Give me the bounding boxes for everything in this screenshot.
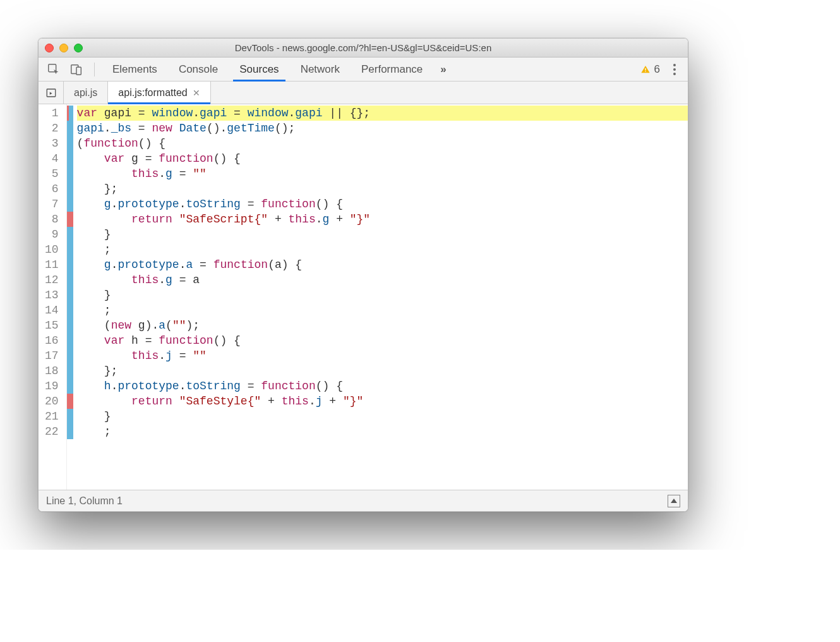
minimize-window-button[interactable]	[59, 44, 68, 52]
code-line[interactable]: return "SafeScript{" + this.g + "}"	[77, 212, 688, 227]
coverage-mark	[67, 121, 73, 136]
code-line[interactable]: ;	[77, 303, 688, 318]
coverage-mark	[67, 333, 73, 348]
line-number[interactable]: 18	[39, 363, 66, 379]
coverage-mark	[67, 394, 73, 409]
show-drawer-button[interactable]	[668, 495, 680, 507]
code-line[interactable]: }	[77, 227, 688, 242]
coverage-mark	[67, 212, 73, 227]
panel-tab-elements[interactable]: Elements	[102, 58, 167, 81]
toolbar-separator	[94, 63, 95, 76]
line-number[interactable]: 22	[39, 424, 66, 439]
code-line[interactable]: }	[77, 409, 688, 424]
file-tab-label: api.js:formatted	[118, 87, 187, 99]
coverage-mark	[67, 257, 73, 272]
svg-rect-3	[645, 68, 645, 70]
coverage-marks	[67, 104, 73, 490]
coverage-mark	[67, 197, 73, 212]
code-line[interactable]: };	[77, 363, 688, 379]
coverage-mark	[67, 409, 73, 424]
code-line[interactable]: var h = function() {	[77, 333, 688, 348]
code-editor[interactable]: 12345678910111213141516171819202122 var …	[39, 104, 688, 490]
code-content[interactable]: var gapi = window.gapi = window.gapi || …	[73, 104, 688, 490]
code-line[interactable]: (function() {	[77, 136, 688, 151]
triangle-up-icon	[671, 499, 677, 503]
line-number[interactable]: 20	[39, 394, 66, 409]
code-line[interactable]: this.j = ""	[77, 348, 688, 363]
warnings-button[interactable]: 6	[637, 63, 664, 76]
coverage-mark	[67, 288, 73, 303]
titlebar: DevTools - news.google.com/?hl=en-US&gl=…	[39, 39, 688, 58]
line-number[interactable]: 16	[39, 333, 66, 348]
close-icon[interactable]: ✕	[193, 88, 200, 98]
svg-point-6	[673, 68, 676, 71]
device-toggle-icon[interactable]	[66, 59, 87, 80]
code-line[interactable]: ;	[77, 424, 688, 439]
code-line[interactable]: }	[77, 288, 688, 303]
maximize-window-button[interactable]	[74, 44, 83, 52]
line-number[interactable]: 1	[39, 106, 66, 121]
line-number[interactable]: 17	[39, 348, 66, 363]
coverage-mark	[67, 272, 73, 288]
line-number[interactable]: 9	[39, 227, 66, 242]
svg-point-7	[673, 73, 676, 75]
panel-tabs: ElementsConsoleSourcesNetworkPerformance	[102, 58, 433, 81]
coverage-mark	[67, 242, 73, 257]
line-number[interactable]: 5	[39, 166, 66, 181]
line-number[interactable]: 12	[39, 272, 66, 288]
code-line[interactable]: gapi._bs = new Date().getTime();	[77, 121, 688, 136]
line-number[interactable]: 7	[39, 197, 66, 212]
inspect-icon[interactable]	[44, 59, 64, 80]
code-line[interactable]: var gapi = window.gapi = window.gapi || …	[77, 106, 688, 121]
warning-icon	[640, 64, 651, 75]
line-number[interactable]: 4	[39, 151, 66, 166]
line-number-gutter[interactable]: 12345678910111213141516171819202122	[39, 104, 67, 490]
coverage-mark	[67, 363, 73, 379]
file-tab[interactable]: api.js:formatted✕	[108, 82, 210, 104]
panel-tab-console[interactable]: Console	[169, 58, 228, 81]
line-number[interactable]: 3	[39, 136, 66, 151]
code-line[interactable]: return "SafeStyle{" + this.j + "}"	[77, 394, 688, 409]
code-line[interactable]: };	[77, 181, 688, 197]
coverage-mark	[67, 348, 73, 363]
panel-tab-network[interactable]: Network	[291, 58, 350, 81]
panel-tab-sources[interactable]: Sources	[229, 58, 289, 81]
line-number[interactable]: 13	[39, 288, 66, 303]
close-window-button[interactable]	[45, 44, 54, 52]
code-line[interactable]: h.prototype.toString = function() {	[77, 379, 688, 394]
main-toolbar: ElementsConsoleSourcesNetworkPerformance…	[39, 58, 688, 82]
code-line[interactable]: this.g = ""	[77, 166, 688, 181]
line-number[interactable]: 15	[39, 318, 66, 333]
toggle-navigator-button[interactable]	[39, 82, 64, 104]
coverage-mark	[67, 379, 73, 394]
file-tab[interactable]: api.js	[64, 82, 108, 104]
more-panels-button[interactable]: »	[435, 63, 451, 76]
code-line[interactable]: var g = function() {	[77, 151, 688, 166]
line-number[interactable]: 8	[39, 212, 66, 227]
coverage-mark	[67, 166, 73, 181]
code-line[interactable]: g.prototype.a = function(a) {	[77, 257, 688, 272]
line-number[interactable]: 11	[39, 257, 66, 272]
coverage-mark	[67, 318, 73, 333]
code-line[interactable]: this.g = a	[77, 272, 688, 288]
status-bar: Line 1, Column 1	[39, 490, 688, 511]
coverage-mark	[67, 151, 73, 166]
line-number[interactable]: 21	[39, 409, 66, 424]
line-number[interactable]: 10	[39, 242, 66, 257]
coverage-mark	[67, 303, 73, 318]
code-line[interactable]: g.prototype.toString = function() {	[77, 197, 688, 212]
traffic-lights	[45, 44, 83, 52]
file-tab-label: api.js	[74, 87, 97, 99]
settings-menu-button[interactable]	[666, 63, 683, 76]
line-number[interactable]: 14	[39, 303, 66, 318]
code-line[interactable]: ;	[77, 242, 688, 257]
svg-rect-4	[645, 71, 645, 71]
svg-point-5	[673, 64, 676, 66]
line-number[interactable]: 2	[39, 121, 66, 136]
coverage-mark	[67, 181, 73, 197]
coverage-mark	[67, 424, 73, 439]
panel-tab-performance[interactable]: Performance	[351, 58, 433, 81]
code-line[interactable]: (new g).a("");	[77, 318, 688, 333]
line-number[interactable]: 19	[39, 379, 66, 394]
line-number[interactable]: 6	[39, 181, 66, 197]
